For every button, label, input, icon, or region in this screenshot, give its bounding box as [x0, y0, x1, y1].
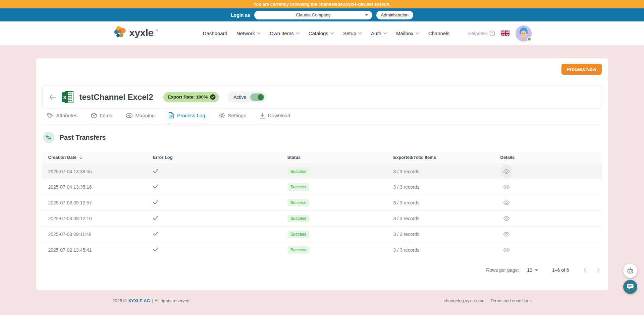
tab-process-log[interactable]: Process Log [168, 112, 205, 124]
section-title: Past Transfers [60, 134, 106, 141]
rows-per-page-select[interactable]: 10 [527, 267, 538, 273]
environment-banner-text: You are currently browsing the channelsd… [254, 2, 391, 7]
channel-card: Process Now X testChannel Excel2 Export … [36, 58, 608, 290]
login-as-label: Login as [231, 12, 250, 18]
cell-records: 3 / 3 records [393, 247, 500, 253]
back-button[interactable] [49, 94, 56, 100]
transfers-table: Creation Date Error Log Status Exported/… [42, 151, 602, 258]
eye-icon [503, 248, 510, 252]
cell-creation-date: 2025-07-03 09:12:57 [42, 200, 153, 205]
question-circle-icon: ? [489, 30, 495, 36]
footer-company-link[interactable]: XYXLE AG [128, 298, 150, 303]
nav-dashboard[interactable]: Dashboard [203, 30, 227, 36]
support-chat-button[interactable] [623, 280, 637, 294]
uk-flag-icon[interactable] [501, 30, 509, 36]
next-page-button[interactable] [597, 267, 600, 273]
nav-mailbox-label: Mailbox [396, 30, 414, 36]
administration-button[interactable]: Administration [376, 11, 413, 19]
svg-text:X: X [63, 94, 66, 100]
tab-attributes[interactable]: Attributes [47, 112, 77, 124]
tab-settings[interactable]: Settings [219, 112, 246, 124]
nav-auth[interactable]: Auth [371, 30, 387, 36]
table-row[interactable]: 2025-07-03 09:11:48 Success 3 / 3 record… [42, 227, 602, 242]
logo-mark-icon [112, 25, 127, 42]
status-badge: Success [287, 183, 309, 191]
table-row[interactable]: 2025-07-02 13:45:41 Success 3 / 3 record… [42, 242, 602, 258]
channel-title-bar: X testChannel Excel2 Export Rate: 100% A… [42, 85, 602, 109]
check-icon [153, 184, 158, 189]
cell-records: 3 / 3 records [393, 216, 500, 221]
helpdesk-link[interactable]: Helpdesk ? [468, 30, 495, 36]
channel-tabs: Attributes Items Mapping Proc [42, 112, 602, 124]
rows-per-page-value: 10 [527, 267, 532, 273]
site-footer: 2025 © XYXLE AG | All rights reserved ch… [112, 298, 532, 303]
logo[interactable]: xyxle ™ [112, 25, 159, 42]
active-toggle[interactable] [250, 93, 264, 101]
tab-mapping[interactable]: Mapping [126, 112, 155, 124]
chatbot-button[interactable] [623, 264, 637, 278]
logo-text: xyxle [129, 25, 154, 40]
details-eye-button[interactable] [500, 228, 513, 241]
nav-channels-label: Channels [428, 30, 449, 36]
check-icon [153, 247, 158, 252]
caret-down-icon [365, 14, 368, 16]
company-select[interactable]: Claudia Company [254, 11, 372, 19]
cell-error-log [153, 169, 287, 174]
changelog-link[interactable]: changelog.xyxle.com [444, 298, 484, 303]
chevron-down-icon [358, 32, 362, 35]
terms-link[interactable]: Terms and conditions [490, 298, 532, 303]
table-row[interactable]: 2025-07-03 09:12:57 Success 3 / 3 record… [42, 195, 602, 211]
nav-network[interactable]: Network [236, 30, 261, 36]
cell-status: Success [287, 246, 393, 254]
column-exported: Exported/Total Items [393, 155, 500, 160]
pagination-range: 1–6 of 6 [552, 267, 569, 273]
chevron-down-icon [257, 32, 261, 35]
cell-error-log [153, 216, 287, 221]
nav-setup[interactable]: Setup [343, 30, 362, 36]
user-avatar[interactable] [516, 25, 532, 42]
chevron-left-icon [583, 267, 587, 273]
cell-status: Success [287, 183, 393, 191]
chat-bubble-icon [627, 284, 634, 290]
tab-download[interactable]: Download [260, 112, 290, 124]
helpdesk-label: Helpdesk [468, 31, 488, 36]
tab-items-label: Items [100, 113, 112, 118]
environment-banner: You are currently browsing the channelsd… [0, 0, 644, 8]
cell-status: Success [287, 215, 393, 222]
export-rate-badge: Export Rate: 100% [163, 92, 219, 102]
tab-download-label: Download [268, 113, 290, 118]
nav-own-items[interactable]: Own Items [270, 30, 300, 36]
details-eye-button[interactable] [500, 181, 513, 193]
eye-icon [503, 185, 510, 189]
link-icon [126, 113, 132, 118]
cell-creation-date: 2025-07-03 09:12:10 [42, 216, 153, 221]
nav-channels[interactable]: Channels [428, 30, 449, 36]
column-creation-date[interactable]: Creation Date [42, 155, 153, 160]
details-eye-button[interactable] [500, 196, 513, 209]
details-eye-button[interactable] [500, 244, 513, 256]
details-eye-button[interactable] [500, 165, 513, 178]
cell-status: Success [287, 199, 393, 206]
past-transfers-header: Past Transfers [43, 132, 602, 143]
nav-mailbox[interactable]: Mailbox [396, 30, 419, 36]
status-badge: Success [287, 215, 309, 222]
tab-mapping-label: Mapping [136, 113, 155, 118]
tab-items[interactable]: Items [91, 112, 112, 124]
cell-records: 3 / 3 records [393, 169, 500, 174]
svg-text:?: ? [491, 32, 493, 35]
details-eye-button[interactable] [500, 212, 513, 225]
process-now-button[interactable]: Process Now [561, 64, 602, 75]
table-row[interactable]: 2025-07-04 13:35:16 Success 3 / 3 record… [42, 179, 602, 195]
nav-catalogs-label: Catalogs [309, 30, 328, 36]
nav-catalogs[interactable]: Catalogs [309, 30, 334, 36]
previous-page-button[interactable] [583, 267, 587, 273]
check-circle-icon [210, 94, 216, 100]
admin-bar: Login as Claudia Company Administration [0, 8, 644, 21]
eye-icon [503, 200, 510, 205]
column-details: Details [500, 155, 602, 160]
table-row[interactable]: 2025-07-04 13:38:55 Success 3 / 3 record… [42, 164, 602, 179]
nav-setup-label: Setup [343, 30, 356, 36]
table-row[interactable]: 2025-07-03 09:12:10 Success 3 / 3 record… [42, 211, 602, 227]
cell-status: Success [287, 231, 393, 238]
check-icon [153, 216, 158, 220]
